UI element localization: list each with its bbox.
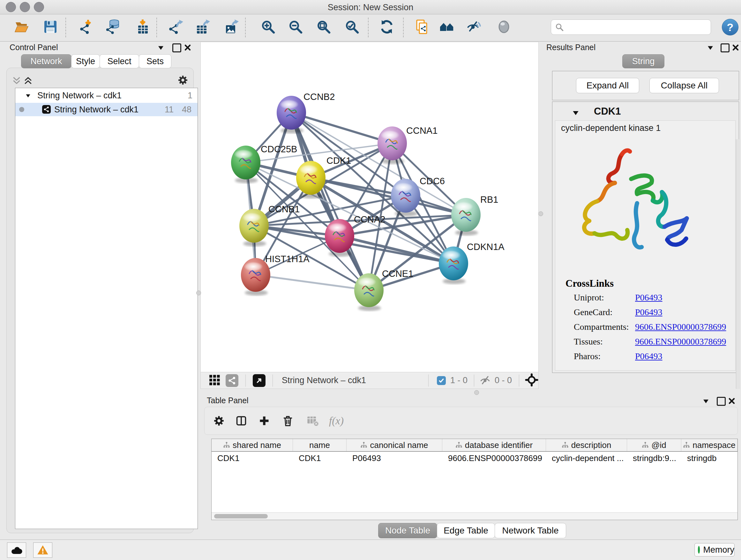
zoom-selected-icon[interactable] — [343, 15, 360, 39]
zoom-fit-icon[interactable] — [315, 15, 332, 39]
collection-expander-icon[interactable] — [25, 92, 31, 99]
zoom-out-icon[interactable] — [287, 15, 304, 39]
tab-network-table[interactable]: Network Table — [495, 523, 566, 538]
right-splitter-handle[interactable] — [538, 211, 543, 216]
crosslink-link[interactable]: 9606.ENSP00000378699 — [635, 322, 726, 332]
network-canvas[interactable]: CCNB2CCNA1CDC25BCDK1CDC6RB1CCNB1CCNA2CDK… — [200, 42, 539, 373]
network-node-CCNA1[interactable] — [378, 126, 407, 164]
control-panel-float-icon[interactable] — [172, 44, 181, 52]
detach-view-icon[interactable] — [253, 374, 266, 387]
import-network-file-icon[interactable] — [77, 15, 95, 39]
table-options-gear-icon[interactable] — [210, 412, 227, 429]
delete-table-icon[interactable] — [304, 412, 321, 429]
hidden-counts: 0 - 0 — [495, 375, 512, 385]
table-cell[interactable]: 9606.ENSP00000378699 — [442, 452, 546, 464]
window-title-bar: Session: New Session — [0, 0, 741, 14]
table-cell[interactable]: cyclin-dependent ... — [546, 452, 627, 464]
create-column-icon[interactable] — [256, 412, 273, 429]
search-input[interactable] — [567, 21, 708, 33]
open-session-icon[interactable] — [13, 15, 30, 39]
horizontal-splitter-handle[interactable] — [474, 390, 479, 395]
selected-checkbox-icon[interactable] — [437, 376, 446, 385]
hide-unhide-icon[interactable] — [465, 15, 482, 39]
crosslink-link[interactable]: 9606.ENSP00000378699 — [635, 336, 726, 347]
results-panel-float-icon[interactable] — [721, 44, 730, 52]
tab-network[interactable]: Network — [21, 54, 71, 68]
network-node-CCNE1[interactable] — [354, 273, 384, 311]
column-header-canonical-name[interactable]: canonical name — [347, 439, 442, 451]
column-header-description[interactable]: description — [546, 439, 627, 451]
import-table-file-icon[interactable] — [134, 15, 151, 39]
crosslink-link[interactable]: P06493 — [635, 351, 663, 361]
network-file-icon[interactable] — [414, 15, 431, 39]
results-panel-close-icon[interactable] — [732, 44, 739, 51]
hidden-eye-slash-icon[interactable] — [479, 374, 491, 387]
homes-icon[interactable] — [438, 15, 455, 39]
table-cell[interactable]: CDK1 — [293, 452, 347, 464]
warnings-button[interactable] — [33, 543, 52, 558]
network-node-CDK1[interactable] — [296, 161, 326, 199]
import-network-database-icon[interactable] — [105, 15, 122, 39]
network-collection-row[interactable]: String Network – cdk1 1 — [15, 89, 198, 102]
save-session-icon[interactable] — [42, 15, 59, 39]
delete-column-icon[interactable] — [279, 412, 296, 429]
birdseye-crosshair-icon[interactable] — [525, 373, 538, 388]
function-builder-icon[interactable]: f(x) — [328, 412, 345, 429]
grid-view-icon[interactable] — [208, 374, 220, 387]
search-field[interactable] — [551, 19, 711, 35]
column-header-database-identifier[interactable]: database identifier — [442, 439, 546, 451]
export-network-icon[interactable] — [167, 15, 185, 39]
section-collapse-icon[interactable] — [571, 109, 580, 117]
network-row-selected[interactable]: String Network – cdk1 11 48 — [15, 103, 198, 116]
network-node-CCNB2[interactable] — [277, 96, 306, 133]
crosslink-link[interactable]: P06493 — [635, 307, 663, 317]
table-cell[interactable]: P06493 — [347, 452, 442, 464]
column-header-label: description — [571, 440, 611, 450]
collapse-all-button[interactable]: Collapse All — [650, 78, 719, 93]
collapse-all-icon[interactable] — [12, 76, 21, 86]
export-table-icon[interactable] — [195, 15, 212, 39]
column-header-name[interactable]: name — [293, 439, 347, 451]
control-panel-menu-icon[interactable] — [157, 44, 165, 52]
refresh-layout-icon[interactable] — [378, 15, 395, 39]
show-columns-icon[interactable] — [232, 412, 250, 429]
node-label-CCNA2: CCNA2 — [354, 214, 385, 225]
cloud-button[interactable] — [7, 543, 26, 558]
network-overview-icon[interactable] — [226, 374, 239, 387]
results-tab-string[interactable]: String — [622, 54, 664, 68]
tab-sets[interactable]: Sets — [139, 54, 172, 68]
tab-style[interactable]: Style — [71, 54, 100, 68]
table-panel-menu-icon[interactable] — [702, 397, 710, 405]
table-cell[interactable]: stringdb — [681, 452, 738, 464]
results-scrollbar[interactable] — [736, 139, 740, 389]
graphics-details-icon[interactable] — [495, 15, 513, 39]
network-node-CDC25B[interactable] — [231, 145, 260, 183]
table-cell[interactable]: CDK1 — [212, 452, 293, 464]
export-image-icon[interactable] — [223, 15, 240, 39]
expand-all-icon[interactable] — [23, 76, 33, 86]
column-header-namespace[interactable]: namespace — [681, 439, 738, 451]
table-panel-float-icon[interactable] — [717, 397, 726, 406]
table-row[interactable]: CDK1CDK1P064939606.ENSP00000378699cyclin… — [212, 452, 738, 464]
help-button[interactable]: ? — [722, 19, 738, 36]
scrollbar-thumb[interactable] — [214, 514, 268, 518]
tab-edge-table[interactable]: Edge Table — [437, 523, 495, 538]
network-node-CCNB1[interactable] — [239, 209, 269, 246]
column-header-@id[interactable]: @id — [627, 439, 681, 451]
table-horizontal-scrollbar[interactable] — [212, 512, 738, 520]
network-options-gear-icon[interactable] — [178, 75, 188, 86]
results-panel-menu-icon[interactable] — [706, 44, 714, 52]
memory-button[interactable]: Memory — [694, 543, 735, 557]
tab-node-table[interactable]: Node Table — [378, 523, 437, 538]
table-cell[interactable]: stringdb:9... — [627, 452, 681, 464]
crosslink-link[interactable]: P06493 — [635, 293, 663, 303]
table-panel-close-icon[interactable] — [728, 397, 736, 405]
left-splitter-handle[interactable] — [196, 291, 201, 295]
network-node-CDKN1A[interactable] — [439, 246, 468, 284]
expand-all-button[interactable]: Expand All — [576, 78, 639, 93]
network-node-RB1[interactable] — [451, 198, 481, 236]
column-header-shared-name[interactable]: shared name — [212, 439, 293, 451]
control-panel-close-icon[interactable] — [184, 44, 192, 51]
zoom-in-icon[interactable] — [259, 15, 277, 39]
tab-select[interactable]: Select — [99, 54, 139, 68]
